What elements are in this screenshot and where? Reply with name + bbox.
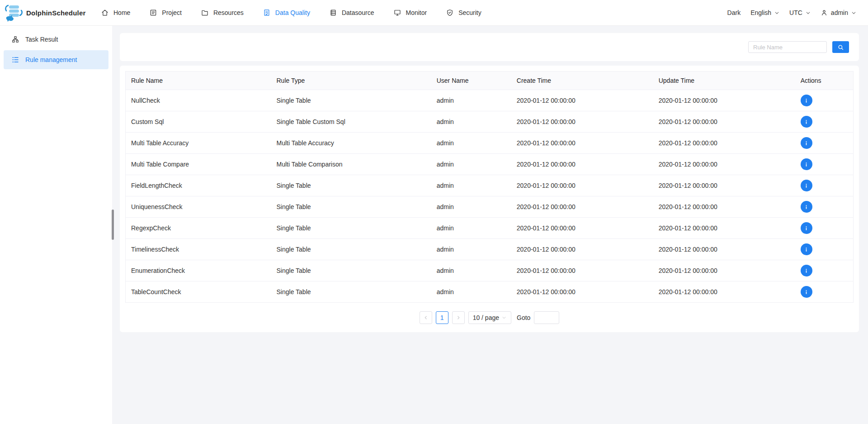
task-result-icon — [11, 35, 19, 43]
datasource-icon — [329, 9, 337, 17]
goto-page-input[interactable] — [534, 311, 559, 324]
column-header-update-time: Update Time — [653, 71, 795, 90]
table-body: NullCheckSingle Tableadmin2020-01-12 00:… — [126, 90, 854, 303]
chevron-left-icon — [423, 315, 429, 320]
user-name-cell: admin — [431, 196, 511, 218]
info-icon — [803, 161, 810, 168]
app-logo: DolphinScheduler — [0, 4, 86, 22]
rule-details-button[interactable] — [801, 286, 812, 298]
user-name-cell: admin — [431, 154, 511, 175]
previous-page-button[interactable] — [420, 311, 432, 324]
update-time-cell: 2020-01-12 00:00:00 — [653, 218, 795, 239]
sidebar-item-rule-management[interactable]: Rule management — [4, 50, 108, 69]
actions-cell — [795, 281, 854, 303]
update-time-cell: 2020-01-12 00:00:00 — [653, 239, 795, 260]
rule-table: Rule Name Rule Type User Name Create Tim… — [125, 71, 854, 303]
actions-cell — [795, 260, 854, 281]
search-button[interactable] — [832, 41, 849, 53]
table-row: Multi Table CompareMulti Table Compariso… — [126, 154, 854, 175]
nav-item-data-quality[interactable]: Data Quality — [253, 0, 320, 25]
chevron-down-icon — [851, 10, 856, 15]
table-row: TableCountCheckSingle Tableadmin2020-01-… — [126, 281, 854, 303]
rule-type-cell: Single Table — [271, 281, 431, 303]
table-row: Custom SqlSingle Table Custom Sqladmin20… — [126, 111, 854, 133]
user-icon — [821, 9, 828, 16]
table-row: UniquenessCheckSingle Tableadmin2020-01-… — [126, 196, 854, 218]
resources-icon — [201, 9, 209, 17]
update-time-cell: 2020-01-12 00:00:00 — [653, 196, 795, 218]
rule-details-button[interactable] — [801, 95, 812, 106]
user-name-cell: admin — [431, 90, 511, 111]
nav-item-home[interactable]: Home — [91, 0, 140, 25]
language-label: English — [750, 9, 771, 16]
info-icon — [803, 182, 810, 189]
actions-cell — [795, 239, 854, 260]
user-menu[interactable]: admin — [821, 9, 856, 16]
info-icon — [803, 140, 810, 147]
actions-cell — [795, 218, 854, 239]
info-icon — [803, 119, 810, 125]
info-icon — [803, 246, 810, 253]
rule-details-button[interactable] — [801, 116, 812, 128]
rule-details-button[interactable] — [801, 265, 812, 276]
table-row: EnumerationCheckSingle Tableadmin2020-01… — [126, 260, 854, 281]
language-selector[interactable]: English — [750, 9, 779, 16]
update-time-cell: 2020-01-12 00:00:00 — [653, 154, 795, 175]
rule-type-cell: Single Table — [271, 239, 431, 260]
next-page-button[interactable] — [452, 311, 465, 324]
nav-item-label: Monitor — [406, 9, 427, 16]
update-time-cell: 2020-01-12 00:00:00 — [653, 260, 795, 281]
info-icon — [803, 289, 810, 295]
monitor-icon — [393, 9, 401, 17]
info-icon — [803, 204, 810, 210]
rule-name-cell: Multi Table Compare — [126, 154, 271, 175]
rule-name-search-input[interactable] — [748, 41, 827, 53]
search-toolbar-card — [120, 33, 859, 61]
column-header-actions: Actions — [795, 71, 854, 90]
rule-name-cell: Custom Sql — [126, 111, 271, 133]
project-icon — [149, 9, 157, 17]
rule-details-button[interactable] — [801, 137, 812, 149]
nav-item-resources[interactable]: Resources — [191, 0, 253, 25]
rule-name-cell: Multi Table Accuracy — [126, 133, 271, 154]
rule-details-button[interactable] — [801, 180, 812, 191]
rule-details-button[interactable] — [801, 243, 812, 255]
data-quality-icon — [263, 9, 271, 17]
rule-name-cell: TimelinessCheck — [126, 239, 271, 260]
sidebar-scrollbar-thumb[interactable] — [112, 210, 114, 240]
update-time-cell: 2020-01-12 00:00:00 — [653, 175, 795, 196]
nav-item-datasource[interactable]: Datasource — [320, 0, 384, 25]
nav-item-security[interactable]: Security — [436, 0, 491, 25]
page-number-button[interactable]: 1 — [436, 311, 448, 324]
table-header-row: Rule Name Rule Type User Name Create Tim… — [126, 71, 854, 90]
create-time-cell: 2020-01-12 00:00:00 — [511, 239, 653, 260]
nav-item-monitor[interactable]: Monitor — [384, 0, 437, 25]
chevron-down-icon — [774, 10, 779, 15]
rule-details-button[interactable] — [801, 222, 812, 234]
nav-item-label: Security — [458, 9, 481, 16]
search-icon — [837, 44, 844, 51]
nav-item-label: Resources — [213, 9, 244, 16]
sidebar-item-label: Task Result — [25, 36, 58, 43]
create-time-cell: 2020-01-12 00:00:00 — [511, 90, 653, 111]
chevron-down-icon — [806, 10, 811, 15]
rule-name-cell: NullCheck — [126, 90, 271, 111]
top-navbar: DolphinScheduler Home Project — [0, 0, 868, 26]
user-name-cell: admin — [431, 111, 511, 133]
sidebar-item-task-result[interactable]: Task Result — [4, 30, 108, 49]
page-size-value: 10 / page — [473, 314, 499, 321]
rule-details-button[interactable] — [801, 201, 812, 213]
update-time-cell: 2020-01-12 00:00:00 — [653, 90, 795, 111]
nav-item-label: Project — [162, 9, 182, 16]
rule-details-button[interactable] — [801, 158, 812, 170]
timezone-selector[interactable]: UTC — [789, 9, 811, 16]
theme-toggle[interactable]: Dark — [727, 9, 741, 16]
rule-management-icon — [11, 56, 19, 64]
sidebar: Task Result Rule management — [0, 26, 112, 424]
timezone-label: UTC — [789, 9, 802, 16]
page-size-select[interactable]: 10 / page — [468, 311, 511, 324]
nav-item-project[interactable]: Project — [140, 0, 191, 25]
main-content: Rule Name Rule Type User Name Create Tim… — [112, 26, 868, 424]
create-time-cell: 2020-01-12 00:00:00 — [511, 281, 653, 303]
rule-type-cell: Single Table — [271, 175, 431, 196]
